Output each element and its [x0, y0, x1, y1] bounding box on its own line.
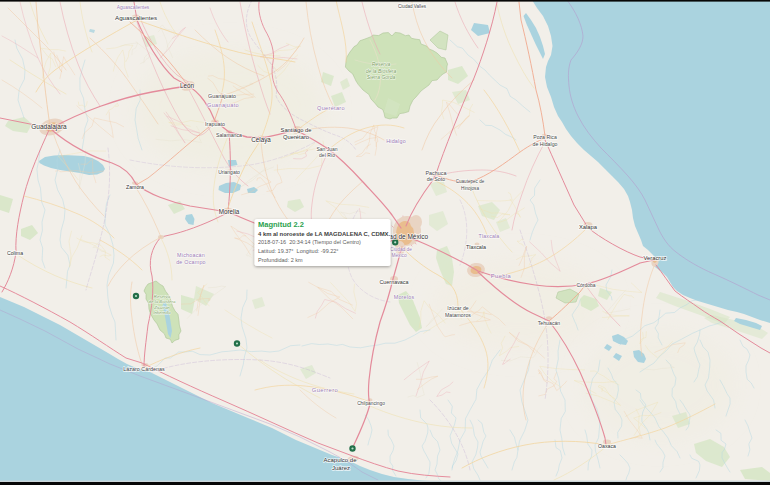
- svg-text:Uriangato: Uriangato: [218, 169, 240, 175]
- svg-text:Cuernavaca: Cuernavaca: [379, 279, 408, 285]
- svg-text:León: León: [180, 82, 195, 89]
- svg-text:Izúcar de: Izúcar de: [447, 305, 468, 311]
- svg-text:Michoacán: Michoacán: [177, 252, 205, 258]
- svg-text:Xalapa: Xalapa: [579, 224, 598, 230]
- svg-text:Oaxaca: Oaxaca: [598, 443, 616, 449]
- svg-text:Chilpancingo: Chilpancingo: [357, 401, 385, 406]
- svg-text:Tlaxcala: Tlaxcala: [466, 244, 486, 250]
- svg-text:de Hidalgo: de Hidalgo: [533, 141, 558, 147]
- svg-text:de Ocampo: de Ocampo: [176, 259, 206, 265]
- svg-text:Salamanca: Salamanca: [216, 132, 242, 138]
- svg-text:Infiernillo: Infiernillo: [153, 310, 171, 315]
- svg-text:Acapulco de: Acapulco de: [323, 457, 357, 463]
- svg-text:Profundidad: 2 km: Profundidad: 2 km: [258, 257, 303, 263]
- svg-text:Hidalgo: Hidalgo: [386, 138, 406, 144]
- svg-text:de Soto: de Soto: [427, 176, 446, 182]
- svg-text:Guadalajara: Guadalajara: [31, 123, 67, 131]
- svg-text:Sierra Gorda: Sierra Gorda: [367, 74, 396, 80]
- svg-text:Ciudad de: Ciudad de: [390, 247, 412, 252]
- svg-text:Ciudad Valles: Ciudad Valles: [398, 4, 427, 9]
- svg-text:Lázaro Cárdenas: Lázaro Cárdenas: [123, 366, 165, 372]
- svg-text:Córdoba: Córdoba: [576, 282, 595, 288]
- svg-text:2018-07-16 20:34:14 (Tiempo d: 2018-07-16 20:34:14 (Tiempo del Centro): [258, 239, 361, 245]
- svg-text:Puebla: Puebla: [491, 273, 512, 279]
- svg-text:Aguascalientes: Aguascalientes: [117, 5, 150, 10]
- svg-text:Reserva: Reserva: [372, 61, 391, 67]
- svg-text:del Río: del Río: [319, 152, 335, 158]
- svg-text:Morelos: Morelos: [394, 294, 415, 300]
- svg-text:Santiago de: Santiago de: [281, 127, 312, 133]
- svg-text:4 km al noroeste de LA MAGDALE: 4 km al noroeste de LA MAGDALENA C, CDMX…: [258, 231, 390, 237]
- svg-text:Guanajuato: Guanajuato: [208, 93, 236, 99]
- svg-text:México: México: [391, 253, 407, 258]
- svg-text:Celaya: Celaya: [251, 136, 271, 144]
- svg-text:Zamora: Zamora: [126, 184, 144, 190]
- svg-text:de la Biósfera: de la Biósfera: [149, 299, 176, 304]
- svg-text:Colima: Colima: [7, 250, 23, 256]
- svg-text:Querétaro: Querétaro: [317, 105, 345, 111]
- svg-text:Irapuato: Irapuato: [205, 121, 225, 127]
- svg-text:Veracruz: Veracruz: [644, 255, 667, 261]
- svg-text:Latitud: 19.37° Longitud: -99: Latitud: 19.37° Longitud: -99.22°: [258, 248, 339, 254]
- svg-text:Morelia: Morelia: [219, 208, 240, 215]
- svg-text:Juárez: Juárez: [332, 465, 350, 471]
- svg-text:Magnitud 2.2: Magnitud 2.2: [258, 220, 304, 229]
- svg-text:de la Biósfera: de la Biósfera: [366, 68, 397, 74]
- svg-text:Cuautepec de: Cuautepec de: [456, 179, 485, 184]
- svg-text:Hinojosa: Hinojosa: [461, 186, 479, 191]
- svg-text:Guerrero: Guerrero: [312, 387, 338, 393]
- svg-text:Zicuirán: Zicuirán: [153, 305, 170, 310]
- svg-text:Poza Rica: Poza Rica: [533, 134, 557, 140]
- svg-text:Guanajuato: Guanajuato: [207, 102, 239, 108]
- svg-text:Tlaxcala: Tlaxcala: [479, 233, 500, 239]
- svg-text:Tehuacán: Tehuacán: [538, 320, 561, 326]
- svg-text:Querétaro: Querétaro: [283, 134, 309, 140]
- svg-text:Matamoros: Matamoros: [445, 312, 471, 318]
- svg-text:Reserva: Reserva: [154, 294, 171, 299]
- svg-text:Aguascalientes: Aguascalientes: [115, 14, 157, 21]
